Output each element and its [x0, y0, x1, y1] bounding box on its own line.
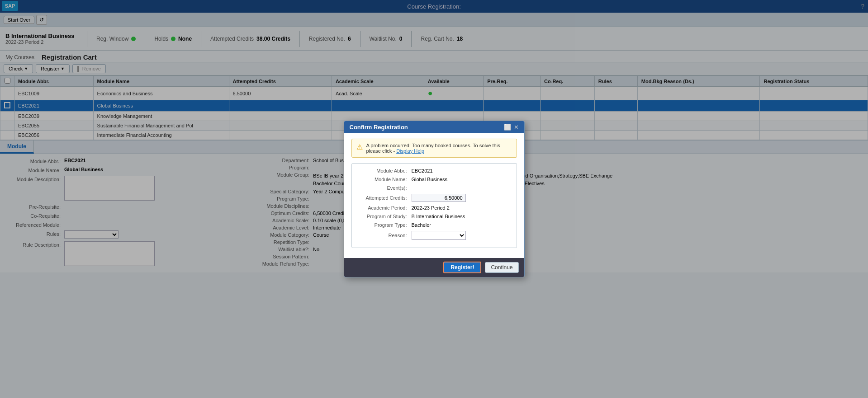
- modal-module-name-value: Global Business: [412, 177, 448, 182]
- modal-module-abbr-value: EBC2021: [412, 168, 433, 173]
- modal-warning: ⚠ A problem occurred! Too many booked co…: [351, 139, 517, 158]
- modal-program-of-study-label: Program of Study:: [357, 214, 412, 219]
- modal-program-type-row: Program Type: Bachelor: [357, 222, 511, 228]
- modal-fields: Module Abbr.: EBC2021 Module Name: Globa…: [351, 163, 517, 248]
- modal-module-abbr-label: Module Abbr.:: [357, 168, 412, 173]
- modal-module-name-row: Module Name: Global Business: [357, 177, 511, 182]
- display-help-link[interactable]: Display Help: [396, 148, 424, 154]
- warning-icon: ⚠: [356, 143, 363, 151]
- modal-academic-period-row: Academic Period: 2022-23 Period 2: [357, 205, 511, 211]
- modal-attempted-credits-input[interactable]: [412, 194, 466, 202]
- modal-reason-label: Reason:: [357, 233, 412, 238]
- modal-footer: Register! Continue: [344, 258, 524, 277]
- modal-restore-button[interactable]: ⬜: [504, 124, 511, 131]
- modal-attempted-credits-row: Attempted Credits:: [357, 194, 511, 202]
- modal-reason-row: Reason:: [357, 231, 511, 240]
- modal-events-label: Event(s):: [357, 185, 412, 191]
- modal-program-type-label: Program Type:: [357, 222, 412, 228]
- modal-program-of-study-row: Program of Study: B International Busine…: [357, 214, 511, 219]
- modal-header: Confirm Registration ⬜ ✕: [344, 121, 524, 133]
- modal-academic-period-value: 2022-23 Period 2: [412, 205, 450, 211]
- modal-warning-text: A problem occurred! Too many booked cour…: [366, 143, 512, 154]
- modal-program-type-value: Bachelor: [412, 222, 431, 228]
- modal-module-name-label: Module Name:: [357, 177, 412, 182]
- modal-attempted-credits-label: Attempted Credits:: [357, 195, 412, 201]
- modal-overlay: Confirm Registration ⬜ ✕ ⚠ A problem occ…: [0, 0, 868, 398]
- modal-events-row: Event(s):: [357, 185, 511, 191]
- modal-header-icons: ⬜ ✕: [504, 124, 519, 131]
- modal-register-button[interactable]: Register!: [443, 262, 481, 273]
- modal-academic-period-label: Academic Period:: [357, 205, 412, 211]
- modal-body: ⚠ A problem occurred! Too many booked co…: [344, 133, 524, 258]
- modal-continue-button[interactable]: Continue: [485, 262, 518, 273]
- modal-title: Confirm Registration: [350, 124, 408, 131]
- modal-reason-select[interactable]: [412, 231, 466, 240]
- modal-program-of-study-value: B International Business: [412, 214, 465, 219]
- confirm-registration-modal: Confirm Registration ⬜ ✕ ⚠ A problem occ…: [344, 121, 525, 277]
- modal-close-button[interactable]: ✕: [514, 124, 519, 131]
- modal-module-abbr-row: Module Abbr.: EBC2021: [357, 168, 511, 173]
